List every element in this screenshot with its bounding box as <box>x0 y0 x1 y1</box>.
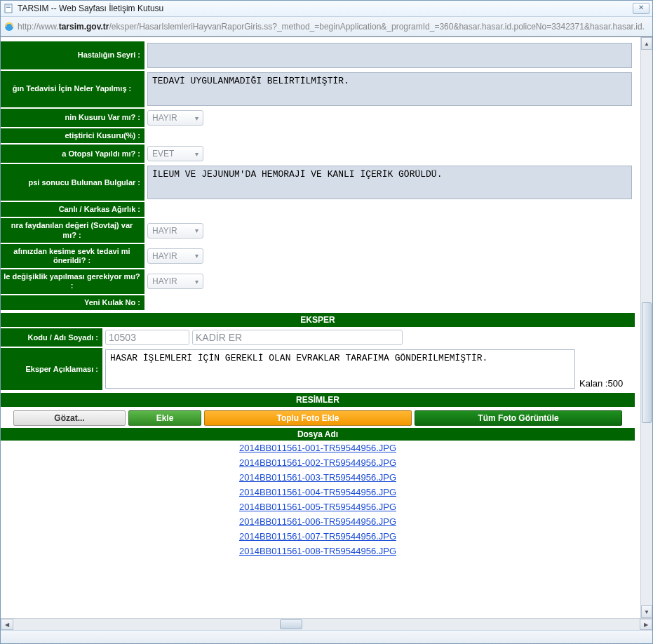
scroll-down-icon[interactable]: ▼ <box>641 605 652 618</box>
input-hastalik-seyri[interactable] <box>147 43 632 68</box>
close-button[interactable]: ✕ <box>633 3 649 14</box>
label-sovtaj: nra faydanılan değeri (Sovtaj) var mı? : <box>1 218 144 242</box>
label-kalan: Kalan :500 <box>575 349 623 389</box>
scroll-right-icon[interactable]: ▶ <box>640 619 652 630</box>
btn-tum-foto-goruntule[interactable]: Tüm Foto Görüntüle <box>415 410 622 426</box>
input-eksper-ad[interactable] <box>192 330 403 345</box>
scroll-left-icon[interactable]: ◀ <box>1 619 13 630</box>
select-otopsi[interactable]: EVET <box>147 146 203 161</box>
label-yenikulak: Yeni Kulak No : <box>1 295 144 310</box>
label-agirlik: Canlı / Karkas Ağırlık : <box>1 202 144 217</box>
titlebar: TARSIM -- Web Sayfası İletişim Kutusu ✕ <box>1 1 652 17</box>
url-text: http://www.tarsim.gov.tr/eksper/HasarIsl… <box>18 22 649 32</box>
status-bar <box>1 630 652 643</box>
content-wrap: Hastalığın Seyri : ğın Tedavisi İçin Nel… <box>1 37 652 618</box>
file-link[interactable]: 2014BB011561-008-TR59544956.JPG <box>1 544 635 558</box>
files-header: Dosya Adı <box>1 428 635 441</box>
image-buttons: Gözat... Ekle Toplu Foto Ekle Tüm Foto G… <box>1 408 635 428</box>
file-link[interactable]: 2014BB011561-002-TR59544956.JPG <box>1 455 635 470</box>
section-eksper-header: EKSPER <box>1 313 635 327</box>
browser-icon <box>4 21 15 32</box>
select-degisiklik[interactable]: HAYIR <box>147 274 203 289</box>
scroll-up-icon[interactable]: ▲ <box>641 37 652 50</box>
input-bulgular[interactable] <box>147 166 632 199</box>
label-eksper-kodu: Kodu / Adı Soyadı : <box>1 328 102 347</box>
label-kusur: nin Kusuru Var mı? : <box>1 109 144 127</box>
scroll-thumb-h[interactable] <box>280 619 302 629</box>
section-resimler-header: RESİMLER <box>1 393 635 407</box>
file-link[interactable]: 2014BB011561-004-TR59544956.JPG <box>1 485 635 499</box>
file-link[interactable]: 2014BB011561-001-TR59544956.JPG <box>1 441 635 455</box>
address-bar: http://www.tarsim.gov.tr/eksper/HasarIsl… <box>1 17 652 37</box>
file-link[interactable]: 2014BB011561-007-TR59544956.JPG <box>1 529 635 544</box>
form-content: Hastalığın Seyri : ğın Tedavisi İçin Nel… <box>1 37 640 618</box>
file-list: 2014BB011561-001-TR59544956.JPG 2014BB01… <box>1 441 635 558</box>
label-kesim: afınızdan kesime sevk tedavi mi önerildi… <box>1 244 144 268</box>
dialog-window: TARSIM -- Web Sayfası İletişim Kutusu ✕ … <box>0 0 653 644</box>
select-kesim[interactable]: HAYIR <box>147 248 203 264</box>
input-tedavi[interactable] <box>147 72 632 106</box>
svg-rect-2 <box>6 7 11 8</box>
btn-ekle[interactable]: Ekle <box>128 410 201 426</box>
btn-toplu-foto-ekle[interactable]: Toplu Foto Ekle <box>204 410 412 426</box>
select-kusur[interactable]: HAYIR <box>147 110 203 126</box>
btn-gozat[interactable]: Gözat... <box>13 410 126 426</box>
file-link[interactable]: 2014BB011561-003-TR59544956.JPG <box>1 470 635 485</box>
label-bulgular: psi sonucu Bulunan Bulgular : <box>1 164 144 201</box>
page-icon <box>4 3 15 14</box>
scroll-thumb[interactable] <box>642 302 652 423</box>
input-eksper-aciklama[interactable] <box>105 349 575 389</box>
input-eksper-kodu[interactable] <box>105 330 189 345</box>
window-title: TARSIM -- Web Sayfası İletişim Kutusu <box>18 4 633 13</box>
label-tedavi: ğın Tedavisi İçin Neler Yapılmış : <box>1 71 144 107</box>
label-yetistirici: etiştirici Kusuru(%) : <box>1 128 144 143</box>
vertical-scrollbar[interactable]: ▲ ▼ <box>640 37 652 618</box>
label-hastalik-seyri: Hastalığın Seyri : <box>1 41 144 69</box>
label-degisiklik: le değişiklik yapılması gerekiyor mu? : <box>1 269 144 293</box>
label-eksper-aciklama: Eksper Açıklaması : <box>1 348 102 390</box>
horizontal-scrollbar[interactable]: ◀ ▶ <box>1 618 652 630</box>
file-link[interactable]: 2014BB011561-006-TR59544956.JPG <box>1 514 635 529</box>
label-otopsi: a Otopsi Yapıldı mı? : <box>1 145 144 163</box>
select-sovtaj[interactable]: HAYIR <box>147 223 203 239</box>
file-link[interactable]: 2014BB011561-005-TR59544956.JPG <box>1 499 635 514</box>
